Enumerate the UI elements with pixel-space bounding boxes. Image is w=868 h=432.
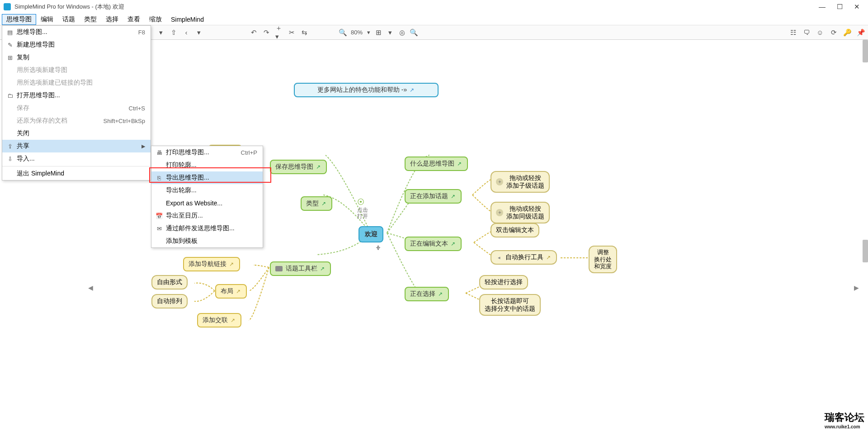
menu-item-share[interactable]: ⇪共享▶ — [2, 140, 151, 152]
node-selecting[interactable]: 正在选择 ↗ — [405, 287, 449, 301]
fit-dropdown-icon[interactable]: ▾ — [387, 29, 394, 36]
click-icon: ⦿ — [357, 198, 364, 206]
add-icon[interactable]: ＋▾ — [275, 29, 283, 36]
node-drag-sibling-label: 拖动或轻按 添加同级话题 — [506, 205, 544, 220]
node-save-map[interactable]: 保存思维导图 ↗ — [270, 160, 327, 174]
menu-item-import[interactable]: ⇩导入... — [2, 152, 151, 165]
menu-select[interactable]: 选择 — [101, 14, 123, 25]
click-open-label: ⦿ 点击 打开 — [357, 191, 368, 219]
menu-mindmap[interactable]: 思维导图 — [2, 14, 36, 25]
node-longpress-label: 长按话题即可 选择分支中的话题 — [485, 297, 535, 313]
node-drag-sibling[interactable]: ＋ 拖动或轻按 添加同级话题 — [491, 202, 550, 223]
comment-icon[interactable]: 🗨 — [803, 29, 810, 36]
scroll-left-icon[interactable]: ◀ — [88, 284, 93, 291]
node-editing-text[interactable]: 正在编辑文本 ↗ — [405, 237, 462, 251]
app-icon — [4, 3, 11, 10]
maximize-button[interactable]: ☐ — [837, 3, 843, 11]
close-button[interactable]: ✕ — [854, 3, 860, 11]
node-auto-wrap[interactable]: ◂ 自动换行工具 ↗ — [491, 250, 557, 265]
node-banner[interactable]: 更多网站上的特色功能和帮助 -» ↗ — [294, 83, 439, 97]
menu-separator — [2, 166, 151, 166]
search-icon[interactable]: 🔍 — [410, 29, 417, 36]
redo-icon[interactable]: ↷ — [263, 29, 270, 36]
node-dblclick-edit[interactable]: 双击编辑文本 — [491, 223, 539, 237]
link-icon: ↗ — [545, 254, 552, 261]
node-add-nav-label: 添加导航链接 — [189, 260, 226, 268]
new-icon: ✎ — [5, 42, 15, 48]
menu-simplemind[interactable]: SimpleMind — [166, 14, 208, 24]
menu-item-mindmaps[interactable]: ▤思维导图...F8 — [2, 26, 151, 38]
dropdown2-icon[interactable]: ▾ — [195, 29, 203, 36]
link-icon: ↗ — [450, 241, 456, 247]
pin-icon[interactable]: 📌 — [857, 29, 864, 36]
plus-icon: ＋ — [496, 209, 503, 216]
node-drag-child-label: 拖动或轻按 添加子级话题 — [506, 174, 544, 190]
node-topic-toolbar[interactable]: 话题工具栏 ↗ — [270, 261, 331, 276]
emoji-icon[interactable]: ☺ — [816, 29, 824, 36]
titlebar: SimpleMind Pro for Windows - (本地) 欢迎 — ☐… — [0, 0, 868, 14]
menu-edit[interactable]: 编辑 — [36, 14, 58, 25]
submenu-item-export-calendar[interactable]: 📅导出至日历... — [151, 209, 263, 222]
node-type[interactable]: 类型 ↗ — [301, 196, 332, 211]
folder-icon: 🗀 — [5, 92, 15, 99]
menu-item-copy[interactable]: ⊞复制 — [2, 51, 151, 64]
cut-icon[interactable]: ✂ — [288, 29, 295, 36]
node-dblclick-edit-label: 双击编辑文本 — [496, 226, 534, 234]
node-add-crosslink-label: 添加交联 — [203, 316, 228, 324]
node-add-crosslink[interactable]: 添加交联 ↗ — [197, 313, 241, 328]
swap-icon[interactable]: ⇆ — [301, 29, 308, 36]
submenu-item-export-website[interactable]: Export as Website... — [151, 197, 263, 209]
zoom-level[interactable]: 80% — [351, 29, 363, 36]
node-welcome-label: 欢迎 — [365, 230, 377, 238]
chevron-left-icon[interactable]: ‹ — [183, 29, 190, 36]
refresh-icon[interactable]: ⟳ — [830, 29, 837, 36]
vertical-scrollbar-bottom[interactable] — [863, 240, 868, 262]
panel-icon[interactable]: ☷ — [789, 29, 797, 36]
menu-zoom[interactable]: 缩放 — [145, 14, 166, 25]
node-adding-topic[interactable]: 正在添加话题 ↗ — [405, 189, 462, 204]
node-auto-arrange[interactable]: 自动排列 — [151, 294, 188, 309]
node-tap-select[interactable]: 轻按进行选择 — [479, 275, 528, 290]
link-icon: ↗ — [437, 291, 443, 297]
zoom-dropdown-icon[interactable]: ▾ — [367, 29, 370, 36]
submenu-item-print-outline[interactable]: 打印轮廓... — [151, 159, 263, 171]
node-adjust[interactable]: 调整 换行处 和宽度 — [589, 246, 617, 273]
target-icon[interactable]: ◎ — [398, 29, 406, 36]
submenu-item-print[interactable]: 🖶打印思维导图...Ctrl+P — [151, 146, 263, 159]
menu-item-exit[interactable]: 退出 SimpleMind — [2, 167, 151, 180]
submenu-item-export[interactable]: ⎘导出思维导图... — [151, 171, 263, 184]
node-layout[interactable]: 布局 ↗ — [215, 284, 247, 299]
zoom-out-icon[interactable]: 🔍 — [339, 29, 346, 36]
share-icon[interactable]: ⇧ — [170, 29, 177, 36]
menu-item-new[interactable]: ✎新建思维导图 — [2, 38, 151, 51]
window-controls: — ☐ ✕ — [819, 3, 864, 11]
menu-view[interactable]: 查看 — [123, 14, 145, 25]
node-add-nav[interactable]: 添加导航链接 ↗ — [183, 257, 240, 271]
submenu-item-send-email[interactable]: ✉通过邮件发送思维导图... — [151, 222, 263, 235]
menu-item-close[interactable]: 关闭 — [2, 127, 151, 140]
node-welcome-handle: ᚖ — [376, 244, 380, 251]
submenu-item-export-outline[interactable]: 导出轮廓... — [151, 184, 263, 197]
link-icon: ↗ — [450, 193, 456, 199]
fit-icon[interactable]: ⊞ — [375, 29, 382, 36]
node-banner-label: 更多网站上的特色功能和帮助 -» — [317, 86, 407, 94]
arrow-icon: ◂ — [496, 254, 502, 261]
watermark: 瑞客论坛 www.ruike1.com — [823, 410, 866, 430]
menu-type[interactable]: 类型 — [80, 14, 101, 25]
node-what-is[interactable]: 什么是思维导图 ↗ — [405, 157, 468, 171]
menu-item-open[interactable]: 🗀打开思维导图... — [2, 89, 151, 102]
vertical-scrollbar[interactable] — [863, 40, 868, 62]
undo-icon[interactable]: ↶ — [250, 29, 257, 36]
node-drag-child[interactable]: ＋ 拖动或轻按 添加子级话题 — [491, 171, 550, 193]
menu-topic[interactable]: 话题 — [58, 14, 80, 25]
node-freeform[interactable]: 自由形式 — [151, 275, 188, 290]
node-welcome[interactable]: 欢迎 — [359, 226, 383, 242]
node-layout-label: 布局 — [221, 287, 233, 295]
scroll-right-icon[interactable]: ▶ — [854, 284, 859, 291]
menu-item-save: 保存Ctrl+S — [2, 102, 151, 114]
minimize-button[interactable]: — — [819, 3, 826, 11]
node-longpress[interactable]: 长按话题即可 选择分支中的话题 — [479, 294, 541, 316]
dropdown-icon[interactable]: ▾ — [157, 29, 165, 36]
key-icon[interactable]: 🔑 — [844, 29, 851, 36]
submenu-item-add-template[interactable]: 添加到模板 — [151, 235, 263, 247]
